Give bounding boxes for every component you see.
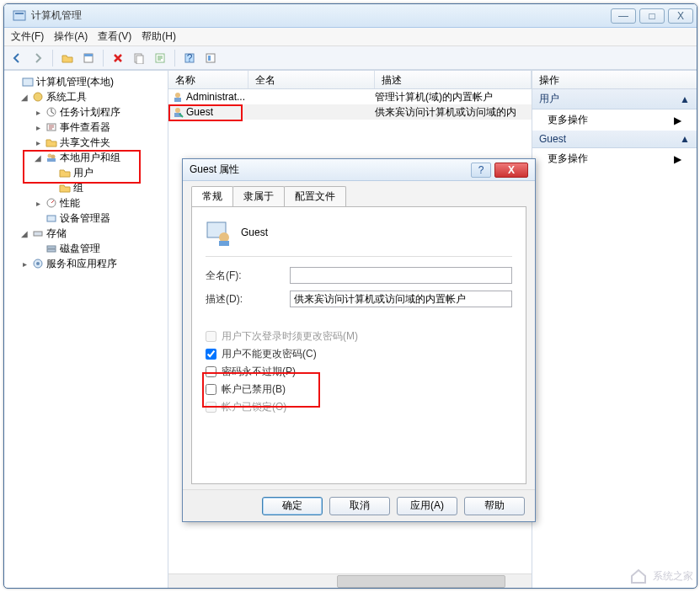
actions-section-guest[interactable]: Guest▲ [532,131,697,148]
svg-rect-1 [15,13,24,14]
svg-point-24 [36,262,40,265]
tree-disk-mgmt[interactable]: 磁盘管理 [6,241,166,256]
desc-input[interactable] [290,291,512,307]
tree-users[interactable]: 用户 [6,165,166,180]
tree-groups[interactable]: 组 [6,180,166,195]
apply-button[interactable]: 应用(A) [397,497,457,515]
user-icon [206,219,232,246]
actions-header: 操作 [532,71,697,89]
watermark: 系统之家 [629,567,693,585]
col-desc[interactable]: 描述 [375,71,532,88]
tree-storage[interactable]: ◢存储 [6,226,166,241]
svg-rect-26 [174,98,181,102]
svg-rect-22 [47,249,56,252]
close-button[interactable]: X [668,8,693,24]
tab-profile[interactable]: 配置文件 [284,186,346,206]
menu-view[interactable]: 查看(V) [98,29,131,44]
checkbox-mustchange: 用户下次登录时须更改密码(M) [206,329,512,344]
ok-button[interactable]: 确定 [262,497,323,515]
collapse-icon: ▲ [680,133,690,145]
svg-rect-10 [208,56,211,61]
menu-action[interactable]: 操作(A) [54,29,88,44]
svg-rect-19 [47,216,56,221]
svg-rect-11 [23,78,33,86]
tree-services-apps[interactable]: ▸服务和应用程序 [6,256,166,271]
list-body: Administrat... 管理计算机(域)的内置帐户 Guest 供来宾访问… [168,89,532,120]
desc-label: 描述(D): [206,292,290,307]
list-row[interactable]: Administrat... 管理计算机(域)的内置帐户 [168,89,532,104]
properties-dialog[interactable]: Guest 属性 ? X 常规 隶属于 配置文件 Guest 全名(F): 描述… [182,158,536,522]
svg-rect-0 [13,11,25,20]
actions-section-users[interactable]: 用户▲ [532,89,697,109]
forward-button[interactable] [29,49,47,67]
actions-more-2[interactable]: 更多操作▶ [532,148,697,169]
svg-rect-17 [47,158,56,162]
titlebar[interactable]: 计算机管理 — □ X [4,4,697,28]
svg-point-12 [34,93,42,101]
tree-system-tools[interactable]: ◢系统工具 [6,89,166,104]
actions-more-1[interactable]: 更多操作▶ [532,109,697,131]
up-button[interactable] [58,49,77,67]
collapse-icon: ▲ [680,93,690,105]
svg-point-16 [51,155,56,159]
checkbox-neverexpire[interactable]: 密码永不过期(P) [206,365,512,379]
checkbox-disabled[interactable]: 帐户已禁用(B) [206,382,512,397]
nav-tree[interactable]: 计算机管理(本地) ◢系统工具 ▸任务计划程序 ▸事件查看器 ▸共享文件夹 ◢本… [4,71,168,588]
fullname-label: 全名(F): [206,269,290,283]
copy-button[interactable] [130,49,148,67]
dialog-titlebar[interactable]: Guest 属性 ? X [183,159,535,181]
help-icon[interactable]: ? [180,49,199,67]
tree-local-users-groups[interactable]: ◢本地用户和组 [6,150,166,165]
app-icon [13,9,26,23]
chevron-right-icon: ▶ [674,115,681,126]
window-title: 计算机管理 [31,8,611,23]
dialog-buttons: 确定 取消 应用(A) 帮助 [183,489,535,521]
svg-rect-3 [84,54,93,56]
chevron-right-icon: ▶ [674,153,681,165]
checkbox-cantchange[interactable]: 用户不能更改密码(C) [206,347,512,361]
delete-button[interactable] [109,49,127,67]
tree-task-scheduler[interactable]: ▸任务计划程序 [6,104,166,120]
svg-text:?: ? [187,52,193,64]
export-button[interactable] [151,49,169,67]
svg-rect-21 [47,246,56,248]
tab-strip: 常规 隶属于 配置文件 [191,186,526,206]
username-label: Guest [241,227,268,238]
properties-button[interactable] [79,49,98,67]
tree-event-viewer[interactable]: ▸事件查看器 [6,120,166,135]
checkbox-locked: 帐户已锁定(O) [206,400,512,414]
tree-device-manager[interactable]: 设备管理器 [6,211,166,226]
tab-memberof[interactable]: 隶属于 [232,186,285,206]
svg-rect-5 [136,56,143,64]
toolbar: ? [4,46,697,70]
tab-panel-general: Guest 全名(F): 描述(D): 用户下次登录时须更改密码(M) 用户不能… [191,206,526,484]
back-button[interactable] [8,49,26,67]
svg-rect-31 [219,241,229,246]
actions-pane: 操作 用户▲ 更多操作▶ Guest▲ 更多操作▶ [532,71,697,588]
horizontal-scrollbar[interactable] [168,573,532,588]
dialog-help-button[interactable]: ? [471,163,491,178]
refresh-button[interactable] [201,49,220,67]
dialog-body: 常规 隶属于 配置文件 Guest 全名(F): 描述(D): 用户下次登录时须… [183,181,535,489]
minimize-button[interactable]: — [611,8,636,24]
fullname-input[interactable] [290,267,512,284]
menu-file[interactable]: 文件(F) [11,29,44,44]
menubar: 文件(F) 操作(A) 查看(V) 帮助(H) [4,28,697,46]
cancel-button[interactable]: 取消 [329,497,390,515]
tree-shared-folders[interactable]: ▸共享文件夹 [6,135,166,150]
list-row[interactable]: Guest 供来宾访问计算机或访问域的内 [168,104,532,120]
col-name[interactable]: 名称 [168,71,248,88]
dialog-close-button[interactable]: X [494,163,528,178]
list-header: 名称 全名 描述 [168,71,532,89]
svg-point-27 [175,108,180,113]
dialog-title: Guest 属性 [190,163,471,177]
menu-help[interactable]: 帮助(H) [142,29,176,44]
tree-root[interactable]: 计算机管理(本地) [6,74,166,89]
tab-general[interactable]: 常规 [191,186,233,206]
help-button[interactable]: 帮助 [464,497,525,515]
col-fullname[interactable]: 全名 [248,71,375,88]
maximize-button[interactable]: □ [639,8,665,24]
svg-point-25 [175,93,180,98]
tree-performance[interactable]: ▸性能 [6,195,166,211]
svg-rect-20 [34,232,42,236]
